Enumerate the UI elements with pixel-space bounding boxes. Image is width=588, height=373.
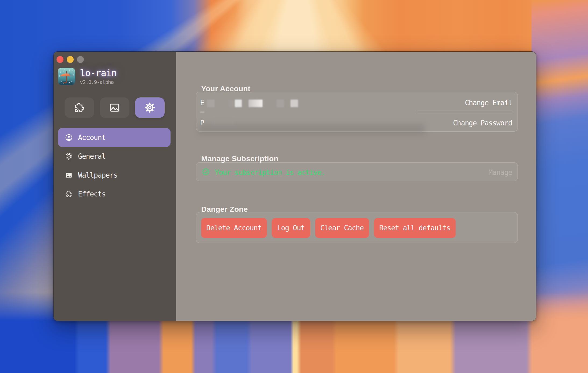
- toolbar-button-settings[interactable]: [135, 97, 165, 118]
- image-icon: [109, 102, 120, 113]
- sidebar-item-label: Account: [78, 133, 106, 142]
- app-header: lo-rain v2.0.9-alpha: [58, 68, 116, 85]
- sidebar-item-label: General: [78, 152, 106, 160]
- subscription-card: Your subscription is active. Manage: [196, 162, 518, 181]
- sidebar-nav: Account General Wallpapers: [58, 128, 171, 203]
- toolbar-button-effects[interactable]: [65, 97, 94, 118]
- zoom-button[interactable]: [77, 56, 84, 63]
- subscription-status-text: Your subscription is active.: [215, 168, 325, 177]
- redaction-smear: [199, 124, 425, 135]
- redacted-email-block: [235, 100, 242, 107]
- badge-check-icon: [202, 168, 209, 175]
- close-button[interactable]: [56, 56, 63, 63]
- app-title: lo-rain: [80, 68, 116, 78]
- email-label-redacted: E: [200, 99, 204, 107]
- puzzle-icon: [74, 102, 85, 113]
- redacted-email-block: [291, 100, 298, 107]
- traffic-lights: [56, 56, 87, 63]
- sidebar-item-effects[interactable]: Effects: [58, 185, 171, 203]
- person-circle-icon: [65, 134, 73, 141]
- sidebar-item-label: Effects: [78, 190, 106, 198]
- sidebar-item-wallpapers[interactable]: Wallpapers: [58, 166, 171, 185]
- redacted-email-block: [249, 100, 263, 107]
- gear-icon: [144, 102, 155, 113]
- redacted-email-block: [228, 100, 234, 107]
- log-out-button[interactable]: Log Out: [272, 218, 310, 238]
- sidebar-toolbar: [65, 97, 165, 118]
- app-window: lo-rain v2.0.9-alpha: [54, 52, 536, 321]
- minimize-button[interactable]: [67, 56, 74, 63]
- app-titles: lo-rain v2.0.9-alpha: [80, 68, 116, 85]
- sidebar-item-general[interactable]: General: [58, 147, 171, 166]
- change-password-button[interactable]: Change Password: [453, 119, 512, 127]
- app-version: v2.0.9-alpha: [80, 79, 116, 85]
- row-divider-fragment: [200, 112, 204, 112]
- dial-icon: [65, 153, 73, 160]
- row-divider: [417, 112, 513, 112]
- sidebar-item-label: Wallpapers: [78, 171, 118, 179]
- sidebar-item-account[interactable]: Account: [58, 128, 171, 147]
- image-icon: [65, 171, 73, 179]
- account-card: E Change Email P Change Password: [196, 92, 518, 132]
- change-email-button[interactable]: Change Email: [465, 99, 512, 107]
- toolbar-button-wallpapers[interactable]: [100, 97, 129, 118]
- puzzle-icon: [65, 190, 73, 198]
- danger-buttons-row: Delete Account Log Out Clear Cache Reset…: [201, 218, 456, 238]
- sidebar: lo-rain v2.0.9-alpha: [54, 52, 176, 321]
- clear-cache-button[interactable]: Clear Cache: [315, 218, 369, 238]
- redacted-email-block: [277, 100, 284, 107]
- redacted-email-block: [207, 100, 215, 107]
- delete-account-button[interactable]: Delete Account: [201, 218, 267, 238]
- reset-defaults-button[interactable]: Reset all defaults: [374, 218, 456, 238]
- app-icon: [58, 68, 75, 85]
- umbrella-rain-icon: [58, 68, 75, 85]
- section-heading-subscription: Manage Subscription: [201, 154, 278, 163]
- danger-card: Delete Account Log Out Clear Cache Reset…: [196, 212, 518, 243]
- manage-subscription-button[interactable]: Manage: [488, 168, 512, 177]
